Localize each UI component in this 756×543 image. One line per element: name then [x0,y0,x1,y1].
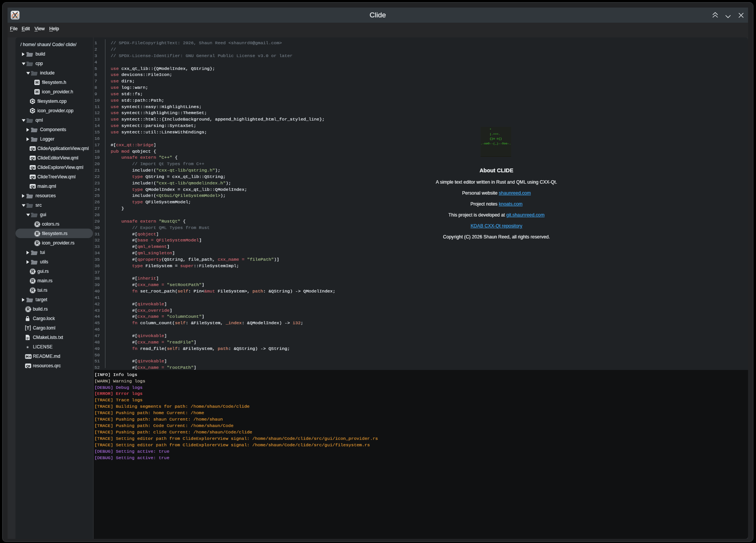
svg-text:C: C [31,99,34,104]
svg-text:H: H [36,90,39,94]
svg-text:C: C [31,108,34,113]
svg-text:Qt: Qt [26,364,30,368]
svg-text:H: H [36,80,39,85]
svg-text:Qt: Qt [31,175,35,179]
svg-text:R: R [31,269,34,274]
svg-text:R: R [27,307,30,311]
svg-text:✶: ✶ [26,345,29,350]
svg-text:R: R [31,288,34,292]
svg-text:R: R [36,241,39,245]
svg-text:Qt: Qt [31,147,35,151]
svg-text:R: R [36,231,39,236]
svg-text:Qt: Qt [31,184,35,189]
svg-text:Qt: Qt [31,156,35,160]
svg-text:R: R [31,278,34,283]
svg-text:R: R [36,222,39,226]
svg-text:Qt: Qt [31,166,35,170]
